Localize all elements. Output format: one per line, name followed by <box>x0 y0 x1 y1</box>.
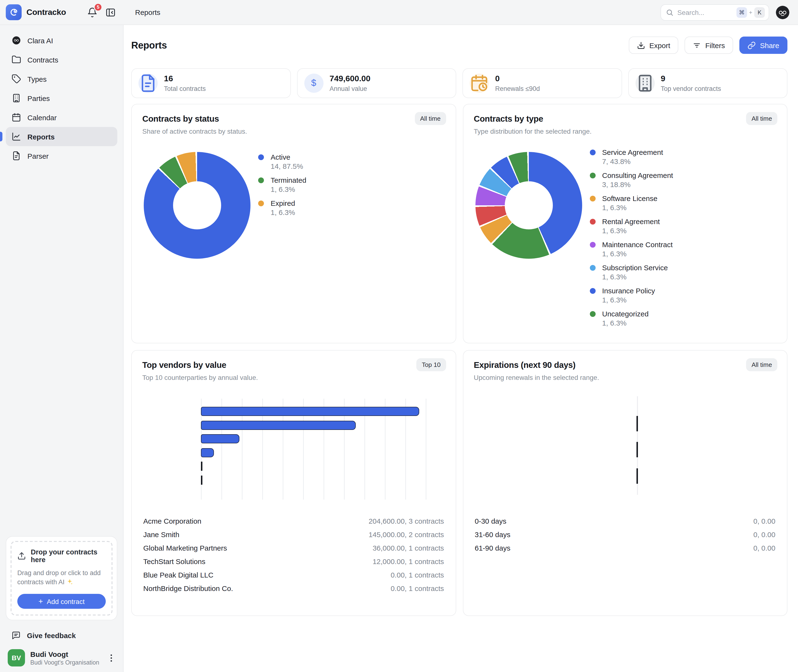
notification-badge: 5 <box>94 3 102 11</box>
share-button[interactable]: Share <box>739 37 787 54</box>
bar <box>201 407 419 416</box>
legend-item: Insurance Policy 1, 6.3% <box>590 286 673 304</box>
sidebar-collapse-icon[interactable] <box>105 7 116 18</box>
stat-label: Top vendor contracts <box>661 85 721 92</box>
filters-button[interactable]: Filters <box>684 37 733 54</box>
legend-item: Maintenance Contract 1, 6.3% <box>590 240 673 258</box>
user-name: Budi Voogt <box>30 650 99 658</box>
user-avatar[interactable] <box>776 6 789 19</box>
dropzone-title: Drop your contracts here <box>31 548 106 563</box>
sidebar-item-types[interactable]: Types <box>6 69 117 88</box>
sidebar: Clara AI Contracts Types <box>0 25 123 672</box>
top-vendors-card: Top vendors by value Top 10 counterparti… <box>131 350 456 616</box>
sidebar-item-clara-ai[interactable]: Clara AI <box>6 31 117 50</box>
stat-label: Total contracts <box>164 85 206 92</box>
notifications-bell-icon[interactable]: 5 <box>87 7 98 18</box>
vendors-list: Acme Corporation204,600.00, 3 contracts … <box>143 514 444 595</box>
search-input[interactable]: Search... ⌘ + K <box>660 4 769 21</box>
file-text-icon <box>138 74 158 93</box>
topbar-left: Contracko 5 <box>0 4 123 20</box>
card-title: Contracts by status <box>142 114 445 124</box>
sidebar-item-label: Parties <box>27 94 50 102</box>
chart-line-icon <box>11 132 21 141</box>
legend-item: Software License 1, 6.3% <box>590 194 673 212</box>
add-contract-button[interactable]: + Add contract <box>17 594 106 609</box>
zero-bar <box>636 468 638 484</box>
stat-renewals: 0 Renewals ≤90d <box>462 68 622 98</box>
link-icon <box>747 41 756 49</box>
give-feedback-button[interactable]: Give feedback <box>6 624 117 646</box>
calendar-clock-icon <box>470 74 489 93</box>
legend-item: Service Agreement 7, 43.8% <box>590 148 673 166</box>
list-item: Global Marketing Partners36,000.00, 1 co… <box>143 541 444 554</box>
calendar-icon <box>11 112 21 122</box>
vendors-bar-chart <box>201 398 446 499</box>
topbar-right: Search... ⌘ + K <box>660 4 798 21</box>
brand-name: Contracko <box>26 8 66 17</box>
stat-value: 749,600.00 <box>329 74 370 84</box>
export-button[interactable]: Export <box>629 37 678 54</box>
sidebar-item-label: Contracts <box>27 56 58 64</box>
legend-dot <box>258 154 264 160</box>
expirations-list: 0-30 days0, 0.00 31-60 days0, 0.00 61-90… <box>475 514 776 554</box>
legend-item: Rental Agreement 1, 6.3% <box>590 217 673 235</box>
sidebar-item-label: Reports <box>27 133 54 141</box>
sidebar-item-contracts[interactable]: Contracts <box>6 50 117 69</box>
legend-item: Subscription Service 1, 6.3% <box>590 263 673 281</box>
bar <box>201 475 202 485</box>
contracts-by-type-card: Contracts by type Type distribution for … <box>463 104 787 343</box>
range-badge: All time <box>415 112 446 125</box>
tag-icon <box>11 74 21 84</box>
user-menu[interactable]: BV Budi Voogt Budi Voogt's Organisation <box>6 646 117 667</box>
kebab-menu-icon[interactable] <box>107 652 115 663</box>
sidebar-item-label: Clara AI <box>27 36 53 45</box>
range-badge: Top 10 <box>417 358 446 371</box>
status-donut-chart <box>144 152 251 259</box>
legend-item: Uncategorized 1, 6.3% <box>590 309 673 328</box>
expirations-card: Expirations (next 90 days) Upcoming rene… <box>463 350 787 616</box>
sidebar-bottom: Drop your contracts here Drag and drop o… <box>6 536 117 667</box>
charts-grid: Contracts by status Share of active cont… <box>131 104 787 616</box>
legend-item: Active 14, 87.5% <box>258 152 306 171</box>
upload-icon <box>17 552 26 560</box>
type-donut-chart <box>475 152 582 259</box>
sidebar-item-label: Calendar <box>27 113 57 122</box>
topbar-page-title: Reports <box>135 8 160 16</box>
sidebar-item-parser[interactable]: Parser <box>6 146 117 165</box>
contracts-by-status-card: Contracts by status Share of active cont… <box>131 104 456 343</box>
legend-item: Expired 1, 6.3% <box>258 198 306 217</box>
building-icon <box>635 74 654 93</box>
bar <box>201 448 214 457</box>
card-title: Contracts by type <box>474 114 776 124</box>
sidebar-item-calendar[interactable]: Calendar <box>6 108 117 127</box>
type-legend: Service Agreement 7, 43.8% Consulting Ag… <box>590 148 673 332</box>
stat-label: Renewals ≤90d <box>495 85 540 92</box>
sparkles-icon <box>66 579 73 586</box>
stat-value: 9 <box>661 74 721 84</box>
search-placeholder: Search... <box>677 8 736 16</box>
stats-row: 16 Total contracts $ 749,600.00 Annual v… <box>131 68 787 98</box>
kbd-cmd: ⌘ <box>736 7 747 18</box>
search-icon <box>666 8 673 16</box>
status-legend: Active 14, 87.5% Terminated 1, 6.3% Expi… <box>258 152 306 222</box>
stat-value: 16 <box>164 74 206 84</box>
download-icon <box>637 41 645 49</box>
main-content: Reports Export Filte <box>124 25 798 672</box>
avatar: BV <box>8 649 25 666</box>
message-square-icon <box>11 630 21 640</box>
legend-item: Consulting Agreement 3, 18.8% <box>590 171 673 189</box>
range-badge: All time <box>746 358 777 371</box>
page-title: Reports <box>131 40 167 51</box>
contracts-dropzone[interactable]: Drop your contracts here Drag and drop o… <box>6 536 117 620</box>
card-subtitle: Type distribution for the selected range… <box>474 127 776 135</box>
legend-item: Terminated 1, 6.3% <box>258 176 306 194</box>
stat-total-contracts: 16 Total contracts <box>131 68 291 98</box>
folder-icon <box>11 55 21 64</box>
kbd-plus: + <box>749 9 752 16</box>
sidebar-item-reports[interactable]: Reports <box>6 127 117 146</box>
bar <box>201 462 202 471</box>
stat-top-vendor: 9 Top vendor contracts <box>628 68 787 98</box>
sidebar-item-parties[interactable]: Parties <box>6 88 117 108</box>
list-item: Acme Corporation204,600.00, 3 contracts <box>143 514 444 528</box>
plus-icon: + <box>38 597 43 605</box>
